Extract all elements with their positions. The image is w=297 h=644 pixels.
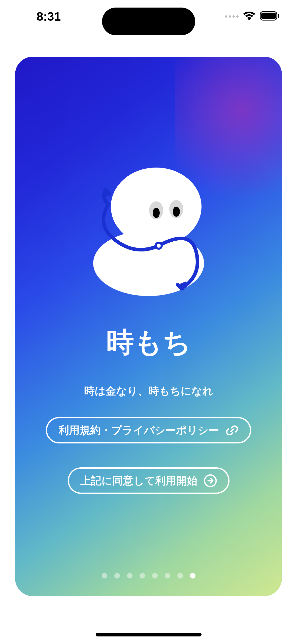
terms-button-label: 利用規約・プライバシーポリシー xyxy=(58,423,219,437)
svg-point-8 xyxy=(173,207,180,217)
mascot-image xyxy=(86,165,212,299)
status-right xyxy=(225,11,279,22)
svg-rect-2 xyxy=(278,14,279,18)
cellular-icon xyxy=(225,15,239,18)
arrow-right-circle-icon xyxy=(204,474,217,487)
page-dot[interactable] xyxy=(140,573,145,578)
page-dot[interactable] xyxy=(102,573,107,578)
terms-button[interactable]: 利用規約・プライバシーポリシー xyxy=(46,417,251,443)
page-dot[interactable] xyxy=(165,573,170,578)
app-title: 時もち xyxy=(106,324,191,361)
page-dot[interactable] xyxy=(127,573,133,578)
page-indicator xyxy=(102,573,195,578)
agree-start-button[interactable]: 上記に同意して利用開始 xyxy=(68,467,229,494)
svg-rect-1 xyxy=(261,13,276,19)
agree-button-label: 上記に同意して利用開始 xyxy=(80,474,197,488)
home-indicator[interactable] xyxy=(96,633,202,636)
onboarding-card: 時もち 時は金なり、時もちになれ 利用規約・プライバシーポリシー 上記に同意して… xyxy=(15,57,282,596)
svg-point-9 xyxy=(156,243,162,249)
tagline: 時は金なり、時もちになれ xyxy=(84,384,213,398)
page-dot[interactable] xyxy=(152,573,158,578)
dynamic-island xyxy=(102,8,195,35)
status-time: 8:31 xyxy=(37,10,61,23)
link-icon xyxy=(225,424,239,437)
battery-icon xyxy=(260,11,279,22)
svg-point-6 xyxy=(153,208,160,218)
page-dot[interactable] xyxy=(177,573,183,578)
wifi-icon xyxy=(243,11,255,21)
page-dot-active[interactable] xyxy=(190,573,195,578)
page-dot[interactable] xyxy=(114,573,120,578)
